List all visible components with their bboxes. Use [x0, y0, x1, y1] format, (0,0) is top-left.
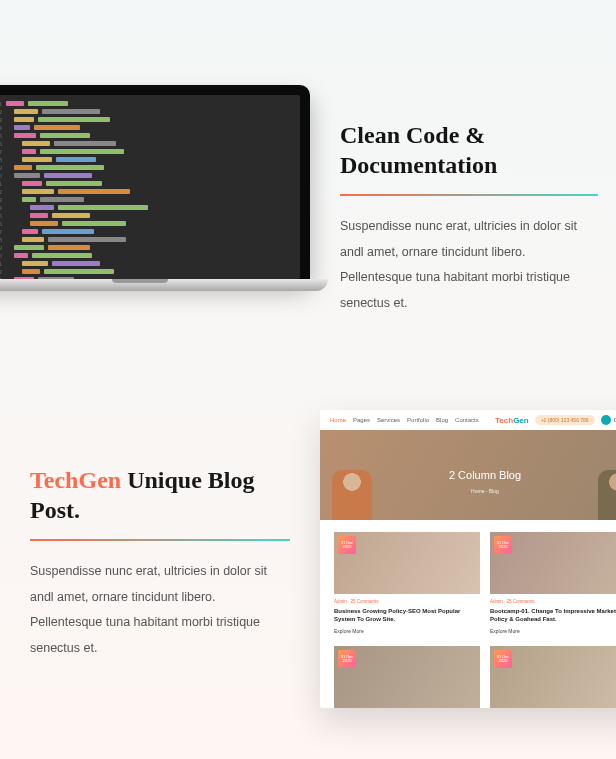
blog-card: 31 Dec 2020: [334, 646, 480, 708]
nav-item: Pages: [353, 417, 370, 423]
card-title: Bootcamp-01. Change To Impressive Market…: [490, 607, 616, 623]
code-editor: 1 2 3 4 5 6 7 8 9 10 11 12 13 14 15 16 1…: [0, 95, 300, 279]
nav-item: Contacts: [455, 417, 479, 423]
section2-body: Suspendisse nunc erat, ultricies in dolo…: [30, 559, 290, 662]
section1-heading: Clean Code & Documentation: [340, 120, 598, 180]
nav-item: Blog: [436, 417, 448, 423]
blog-card: 31 Dec 2020 Admin · 25 Comments Bootcamp…: [490, 532, 616, 634]
section2-heading: TechGen Unique Blog Post.: [30, 465, 290, 525]
hero: 2 Column Blog Home - Blog: [320, 430, 616, 520]
section1-body: Suspendisse nunc erat, ultricies in dolo…: [340, 214, 598, 317]
logo: TechGen: [495, 416, 529, 425]
hero-title: 2 Column Blog: [449, 469, 521, 481]
nav-item: Portfolio: [407, 417, 429, 423]
laptop-mockup: 1 2 3 4 5 6 7 8 9 10 11 12 13 14 15 16 1…: [0, 85, 310, 291]
nav-item: Home: [330, 417, 346, 423]
read-more: Explore More: [490, 628, 616, 634]
card-meta: Admin · 25 Comments: [490, 599, 616, 604]
nav: Home Pages Services Portfolio Blog Conta…: [330, 417, 479, 423]
card-title: Business Growing Policy-SEO Most Popular…: [334, 607, 480, 623]
chat: Chat Now: [601, 415, 616, 425]
blog-card: 31 Dec 2020: [490, 646, 616, 708]
date-badge: 31 Dec 2020: [338, 650, 356, 668]
divider: [30, 539, 290, 541]
read-more: Explore More: [334, 628, 480, 634]
chat-icon: [601, 415, 611, 425]
date-badge: 31 Dec 2020: [494, 650, 512, 668]
date-badge: 31 Dec 2020: [338, 536, 356, 554]
divider: [340, 194, 598, 196]
heading-accent: TechGen: [30, 467, 121, 493]
card-meta: Admin · 25 Comments: [334, 599, 480, 604]
hero-sub: Home - Blog: [471, 488, 499, 494]
phone-pill: +1 (800) 123 456 789: [535, 415, 595, 425]
date-badge: 31 Dec 2020: [494, 536, 512, 554]
blog-card: 31 Dec 2020 Admin · 25 Comments Business…: [334, 532, 480, 634]
nav-item: Services: [377, 417, 400, 423]
blog-window-mockup: Home Pages Services Portfolio Blog Conta…: [320, 410, 616, 708]
